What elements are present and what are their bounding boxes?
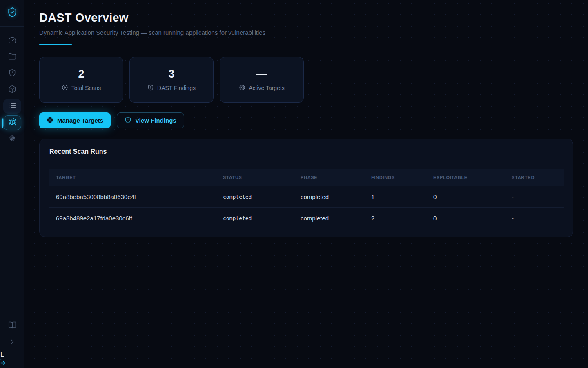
page-subtitle: Dynamic Application Security Testing — s… xyxy=(39,29,573,37)
sidebar-item-projects[interactable] xyxy=(3,50,21,65)
chevron-right-icon xyxy=(8,338,16,348)
column-header-status: Status xyxy=(216,169,294,186)
column-header-started: Started xyxy=(505,169,564,186)
target-rings-icon xyxy=(47,117,53,125)
folder-icon xyxy=(8,52,16,62)
page-title: DAST Overview xyxy=(39,11,573,25)
sidebar-item-packages[interactable] xyxy=(3,83,21,97)
total-scans-value: 2 xyxy=(78,68,84,80)
sidebar-item-scan-list[interactable] xyxy=(3,99,21,114)
book-open-icon xyxy=(8,321,16,331)
cell-findings: 1 xyxy=(365,186,427,208)
list-icon xyxy=(8,101,16,111)
stat-card-active-targets: — Active Targets xyxy=(220,57,304,103)
play-circle-icon xyxy=(62,84,68,92)
table-title-divider xyxy=(40,163,573,163)
stats-row: 2 Total Scans 3 DAST Findings xyxy=(39,57,573,103)
shield-alert-icon xyxy=(8,69,16,79)
cell-started: - xyxy=(505,208,564,229)
column-header-findings: Findings xyxy=(365,169,427,186)
scan-runs-table: Target Status Phase Findings Exploitable… xyxy=(49,169,564,229)
stat-card-total-scans: 2 Total Scans xyxy=(39,57,123,103)
recent-scan-runs-card: Recent Scan Runs Target Status Phase Fin… xyxy=(39,139,573,237)
cube-icon xyxy=(8,85,16,95)
manage-targets-label: Manage Targets xyxy=(57,117,103,124)
app-logo[interactable] xyxy=(0,0,24,27)
dast-overview-page: L DAST Overview Dynamic Application Secu… xyxy=(0,0,588,368)
logout-icon[interactable] xyxy=(0,359,6,368)
manage-targets-button[interactable]: Manage Targets xyxy=(39,112,111,128)
column-header-phase: Phase xyxy=(294,169,365,186)
title-accent-bar xyxy=(39,44,72,45)
cell-target: 69a8beba53008bb8a0630e4f xyxy=(49,186,216,208)
shield-alert-icon xyxy=(147,84,154,92)
gauge-icon xyxy=(8,36,16,46)
target-rings-icon xyxy=(239,84,245,92)
sidebar-item-docs[interactable] xyxy=(3,319,21,333)
column-header-target: Target xyxy=(49,169,216,186)
active-targets-value: — xyxy=(256,68,267,80)
stat-card-dast-findings: 3 DAST Findings xyxy=(129,57,214,103)
dast-findings-value: 3 xyxy=(168,68,174,80)
sidebar-divider xyxy=(0,334,24,334)
view-findings-button[interactable]: View Findings xyxy=(117,112,184,128)
title-divider xyxy=(39,44,573,45)
gear-icon xyxy=(8,134,16,144)
sidebar-item-dashboard[interactable] xyxy=(3,34,21,48)
cell-exploitable: 0 xyxy=(427,186,505,208)
cell-phase: completed xyxy=(294,208,365,229)
sidebar-expand-button[interactable] xyxy=(3,335,21,350)
shield-check-icon xyxy=(7,7,18,19)
cell-exploitable: 0 xyxy=(427,208,505,229)
shield-alert-icon xyxy=(125,117,131,125)
logout-partial-label: L xyxy=(0,351,4,358)
actions-row: Manage Targets View Findings xyxy=(39,112,573,128)
cell-phase: completed xyxy=(294,186,365,208)
sidebar-item-dast[interactable] xyxy=(3,115,21,130)
sidebar-item-settings[interactable] xyxy=(3,132,21,146)
table-row[interactable]: 69a8beba53008bb8a0630e4f completed compl… xyxy=(49,186,564,208)
stat-label: Active Targets xyxy=(249,85,285,91)
cell-findings: 2 xyxy=(365,208,427,229)
table-title: Recent Scan Runs xyxy=(40,139,573,163)
cell-started: - xyxy=(505,186,564,208)
cell-target: 69a8b489e2a17fda0e30c6ff xyxy=(49,208,216,229)
main-content: DAST Overview Dynamic Application Securi… xyxy=(24,0,588,368)
active-nav-indicator xyxy=(2,118,3,128)
bug-icon xyxy=(8,118,16,128)
table-header-row: Target Status Phase Findings Exploitable… xyxy=(49,169,564,186)
table-row[interactable]: 69a8b489e2a17fda0e30c6ff completed compl… xyxy=(49,208,564,229)
column-header-exploitable: Exploitable xyxy=(427,169,505,186)
sidebar xyxy=(0,0,24,368)
sidebar-item-security-findings[interactable] xyxy=(3,66,21,81)
view-findings-label: View Findings xyxy=(135,117,176,124)
stat-label: DAST Findings xyxy=(157,85,196,91)
cell-status: completed xyxy=(216,186,294,208)
cell-status: completed xyxy=(216,208,294,229)
stat-label: Total Scans xyxy=(71,85,101,91)
